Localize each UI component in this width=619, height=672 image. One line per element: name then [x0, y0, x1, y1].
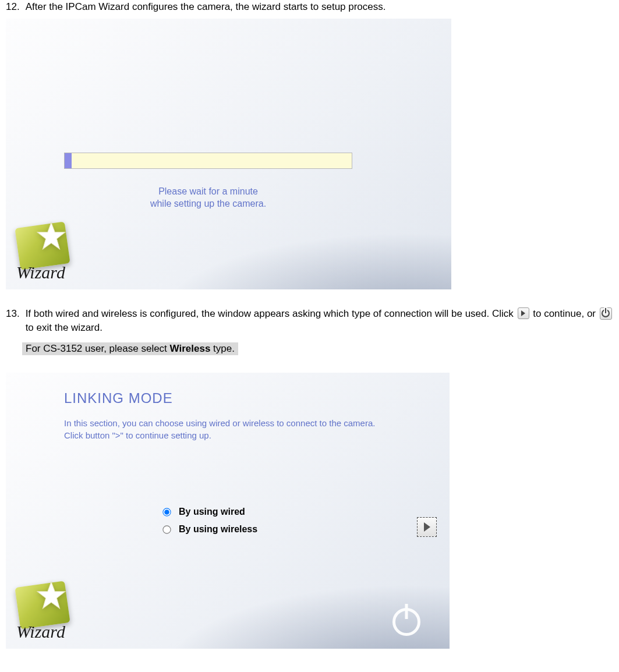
step-12-text: After the IPCam Wizard configures the ca…	[26, 0, 613, 14]
step-12-header: 12. After the IPCam Wizard configures th…	[0, 0, 619, 19]
wizard-progress-screenshot: Please wait for a minute while setting u…	[6, 19, 451, 289]
step-13-text-part2: to continue, or	[533, 308, 598, 319]
exit-wizard-button[interactable]	[390, 606, 423, 638]
step-12-number: 12.	[6, 0, 20, 14]
radio-wired[interactable]: By using wired	[163, 507, 257, 517]
wait-message: Please wait for a minute while setting u…	[64, 185, 352, 210]
svg-marker-0	[37, 222, 65, 249]
step-13-text: If both wired and wireless is configured…	[26, 307, 613, 335]
wait-line-2: while setting up the camera.	[150, 199, 266, 208]
wizard-star-icon	[36, 221, 66, 252]
wizard-linking-screenshot: LINKING MODE In this section, you can ch…	[6, 373, 450, 649]
setup-progress-bar	[64, 153, 352, 169]
next-button[interactable]	[417, 517, 437, 537]
radio-wireless-input[interactable]	[162, 525, 171, 533]
setup-progress-fill	[65, 153, 72, 168]
chevron-right-icon	[424, 522, 430, 532]
step-13-number: 13.	[6, 307, 20, 321]
radio-wired-label: By using wired	[179, 507, 245, 517]
linking-mode-title: LINKING MODE	[64, 390, 426, 406]
power-icon	[600, 307, 612, 320]
step-13: 13. If both wired and wireless is config…	[0, 307, 619, 649]
radio-wired-input[interactable]	[162, 508, 171, 516]
note-prefix: For CS-3152 user, please select	[26, 343, 170, 354]
radio-wireless[interactable]: By using wireless	[163, 524, 257, 535]
note-suffix: type.	[210, 343, 235, 354]
step-12: 12. After the IPCam Wizard configures th…	[0, 0, 619, 289]
wizard-logo: Wizard	[10, 224, 80, 285]
wizard-label: Wizard	[16, 622, 65, 642]
svg-marker-1	[37, 582, 65, 609]
wizard-label: Wizard	[16, 263, 65, 282]
step-13-note: For CS-3152 user, please select Wireless…	[22, 342, 238, 355]
connection-type-radio-group: By using wired By using wireless	[163, 507, 257, 542]
radio-wireless-label: By using wireless	[179, 524, 257, 535]
wizard-logo: Wizard	[10, 583, 80, 644]
step-13-text-part1: If both wired and wireless is configured…	[26, 308, 517, 319]
note-bold: Wireless	[170, 343, 211, 354]
wait-line-1: Please wait for a minute	[158, 186, 258, 196]
step-13-header: 13. If both wired and wireless is config…	[0, 307, 619, 339]
wizard-star-icon	[36, 581, 66, 611]
linking-mode-desc: In this section, you can choose using wi…	[64, 417, 379, 441]
chevron-right-icon	[518, 307, 529, 319]
step-13-text-part3: to exit the wizard.	[26, 322, 102, 333]
power-icon	[392, 608, 420, 636]
